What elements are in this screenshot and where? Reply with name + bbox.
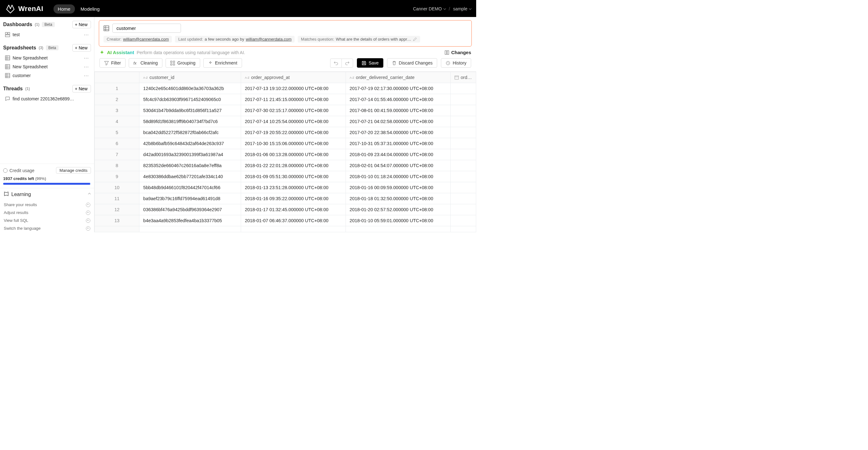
table-row[interactable]: 458d89fd1f863819ff9b040734f7bd7c62017-07… — [95, 116, 476, 127]
logo[interactable]: WrenAI — [5, 3, 43, 14]
table-cell[interactable]: 2018-01-16 09:35:22.000000 UTC+08:00 — [241, 193, 346, 204]
ai-assistant-label[interactable]: AI Assistant — [107, 50, 134, 55]
discard-button[interactable]: Discard Changes — [387, 58, 437, 68]
breadcrumb-dataset[interactable]: sample — [453, 6, 471, 11]
manage-credits-button[interactable]: Manage credits — [56, 167, 91, 174]
table-cell[interactable] — [451, 105, 476, 116]
more-icon[interactable]: ⋯ — [84, 64, 89, 70]
new-thread-button[interactable]: +New — [72, 85, 91, 93]
table-cell[interactable] — [451, 116, 476, 127]
table-cell[interactable] — [451, 204, 476, 215]
table-cell[interactable]: 2018-01-18 01:32:50.000000 UTC+08:00 — [346, 193, 451, 204]
updater-email-link[interactable]: william@cannerdata.com — [246, 37, 291, 41]
table-row[interactable] — [95, 226, 476, 232]
sidebar-item-spreadsheet[interactable]: New Spreadsheet ⋯ — [3, 54, 91, 62]
breadcrumb-project[interactable]: Canner DEMO — [413, 6, 446, 11]
table-cell[interactable]: 2017-07-11 21:45:15.000000 UTC+08:00 — [241, 94, 346, 105]
table-row[interactable]: 3530d41b47b9dda9bc6f31d856f11a5272017-07… — [95, 105, 476, 116]
grouping-button[interactable]: Grouping — [165, 58, 200, 68]
column-header[interactable]: A-Zcustomer_id — [140, 72, 241, 83]
table-cell[interactable]: 2018-01-22 22:01:28.000000 UTC+08:00 — [241, 160, 346, 171]
table-cell[interactable]: 2018-01-10 01:18:24.000000 UTC+08:00 — [346, 171, 451, 182]
table-cell[interactable]: 036386bf476a9425bddf9639364e2907 — [140, 204, 241, 215]
table-cell[interactable]: 2017-07-13 19:10:22.000000 UTC+08:00 — [241, 83, 346, 94]
pencil-icon[interactable] — [413, 37, 417, 41]
table-row[interactable]: 7d42ad001693a3239001399f3a61987a42018-01… — [95, 149, 476, 160]
table-cell[interactable]: 2018-01-17 01:32:45.000000 UTC+08:00 — [241, 204, 346, 215]
more-icon[interactable]: ⋯ — [84, 55, 89, 61]
table-cell[interactable] — [451, 182, 476, 193]
table-row[interactable]: 11240c2e65c4601dd860e3a36703a362b2017-07… — [95, 83, 476, 94]
table-cell[interactable] — [451, 138, 476, 149]
table-cell[interactable]: b4e3aa4a9b2853fedfea4ba1b3377b05 — [140, 215, 241, 226]
table-row[interactable]: 11ba9aef23b79c16ffd75994ead61491d82018-0… — [95, 193, 476, 204]
filter-button[interactable]: Filter — [99, 58, 126, 68]
table-cell[interactable]: 2017-07-19 02:17:30.000000 UTC+08:00 — [346, 83, 451, 94]
table-cell[interactable]: 42b8b6bafb59c64843d2af64de263c937 — [140, 138, 241, 149]
table-cell[interactable]: 2017-10-30 15:15:06.000000 UTC+08:00 — [241, 138, 346, 149]
save-button[interactable]: Save — [357, 58, 383, 68]
table-cell[interactable]: 5fc4c97dcb63903f99671452409065c0 — [140, 94, 241, 105]
table-cell[interactable]: 2018-01-06 00:13:28.000000 UTC+08:00 — [241, 149, 346, 160]
document-name-input[interactable] — [112, 24, 181, 33]
table-cell[interactable]: 2018-01-09 05:51:30.000000 UTC+08:00 — [241, 171, 346, 182]
table-cell[interactable]: 2018-01-20 02:57:52.000000 UTC+08:00 — [346, 204, 451, 215]
table-cell[interactable] — [451, 83, 476, 94]
column-header[interactable]: A-Zorder_approved_at — [241, 72, 346, 83]
table-cell[interactable]: 4e830386ddbae62bb77201afe334c140 — [140, 171, 241, 182]
table-cell[interactable]: 2018-01-13 23:51:28.000000 UTC+08:00 — [241, 182, 346, 193]
more-icon[interactable]: ⋯ — [84, 73, 89, 79]
table-cell[interactable] — [451, 193, 476, 204]
table-row[interactable]: 88235352de660467c26016a0a8e7eff8a2018-01… — [95, 160, 476, 171]
column-header[interactable]: order_ — [451, 72, 476, 83]
learning-item[interactable]: Adjust results — [0, 208, 94, 217]
table-row[interactable]: 105bb48db9d466101f820442f47014cf662018-0… — [95, 182, 476, 193]
table-cell[interactable] — [451, 149, 476, 160]
table-cell[interactable]: 2017-07-20 22:38:54.000000 UTC+08:00 — [346, 127, 451, 138]
table-cell[interactable]: 1240c2e65c4601dd860e3a36703a362b — [140, 83, 241, 94]
table-cell[interactable]: 8235352de660467c26016a0a8e7eff8a — [140, 160, 241, 171]
table-cell[interactable]: 2017-08-01 00:41:59.000000 UTC+08:00 — [346, 105, 451, 116]
table-cell[interactable]: 2017-07-21 04:02:58.000000 UTC+08:00 — [346, 116, 451, 127]
table-cell[interactable]: 2017-10-31 05:37:31.000000 UTC+08:00 — [346, 138, 451, 149]
table-cell[interactable]: 2018-01-09 23:44:04.000000 UTC+08:00 — [346, 149, 451, 160]
table-cell[interactable]: 530d41b47b9dda9bc6f31d856f11a527 — [140, 105, 241, 116]
table-cell[interactable]: 58d89fd1f863819ff9b040734f7bd7c6 — [140, 116, 241, 127]
table-cell[interactable]: 2018-01-10 05:59:01.000000 UTC+08:00 — [346, 215, 451, 226]
cleaning-button[interactable]: fxCleaning — [129, 58, 162, 68]
table-row[interactable]: 25fc4c97dcb63903f99671452409065c02017-07… — [95, 94, 476, 105]
learning-toggle[interactable]: Learning — [0, 188, 94, 201]
sidebar-item-dashboard[interactable]: test ⋯ — [3, 30, 91, 39]
sidebar-item-spreadsheet[interactable]: New Spreadsheet ⋯ — [3, 62, 91, 71]
learning-item[interactable]: View full SQL — [0, 217, 94, 224]
learning-item[interactable]: Switch the language — [0, 224, 94, 232]
table-cell[interactable]: 2017-07-14 01:55:46.000000 UTC+08:00 — [346, 94, 451, 105]
more-icon[interactable]: ⋯ — [84, 32, 89, 38]
nav-tab-home[interactable]: Home — [54, 4, 75, 13]
column-header[interactable]: A-Zorder_delivered_carrier_date — [346, 72, 451, 83]
table-row[interactable]: 12036386bf476a9425bddf9639364e29072018-0… — [95, 204, 476, 215]
table-cell[interactable] — [451, 171, 476, 182]
sidebar-item-thread[interactable]: find customer 2201362e6899… — [3, 94, 91, 103]
table-cell[interactable]: 2018-02-01 04:54:07.000000 UTC+08:00 — [346, 160, 451, 171]
history-button[interactable]: History — [441, 58, 471, 68]
enrichment-button[interactable]: Enrichment — [203, 58, 242, 68]
table-row[interactable]: 642b8b6bafb59c64843d2af64de263c9372017-1… — [95, 138, 476, 149]
table-row[interactable]: 94e830386ddbae62bb77201afe334c1402018-01… — [95, 171, 476, 182]
redo-button[interactable] — [341, 59, 353, 68]
table-cell[interactable]: ba9aef23b79c16ffd75994ead61491d8 — [140, 193, 241, 204]
table-cell[interactable] — [451, 94, 476, 105]
table-cell[interactable]: 2018-01-16 00:09:59.000000 UTC+08:00 — [346, 182, 451, 193]
table-cell[interactable] — [451, 160, 476, 171]
creator-email-link[interactable]: william@cannerdata.com — [123, 37, 169, 41]
nav-tab-modeling[interactable]: Modeling — [76, 4, 104, 13]
table-cell[interactable] — [451, 215, 476, 226]
new-spreadsheet-button[interactable]: +New — [72, 44, 91, 52]
table-cell[interactable]: 5bb48db9d466101f820442f47014cf66 — [140, 182, 241, 193]
table-cell[interactable]: 2017-07-30 02:15:17.000000 UTC+08:00 — [241, 105, 346, 116]
table-row[interactable]: 5bca042dd52272f582872f0ab66cf2afc2017-07… — [95, 127, 476, 138]
table-cell[interactable]: 2017-07-19 20:55:22.000000 UTC+08:00 — [241, 127, 346, 138]
undo-button[interactable] — [330, 59, 341, 68]
learning-item[interactable]: Share your results — [0, 201, 94, 208]
sidebar-item-spreadsheet[interactable]: customer ⋯ — [3, 71, 91, 80]
